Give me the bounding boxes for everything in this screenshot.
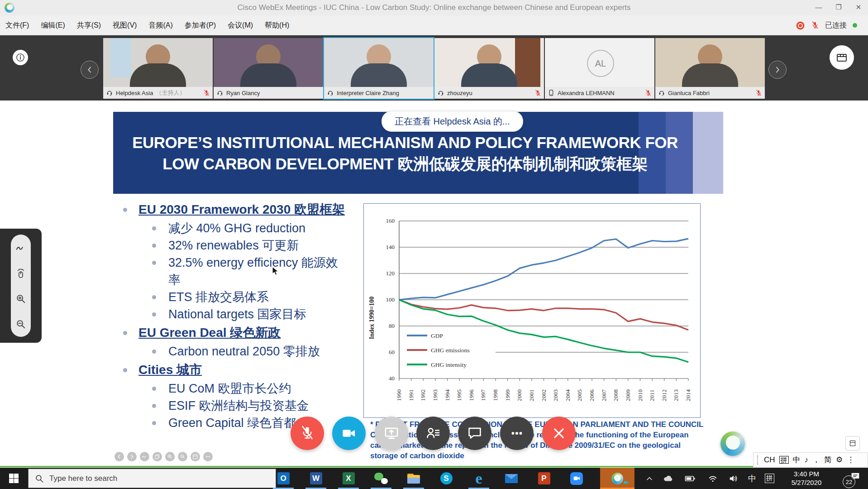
svg-text:1991: 1991 [408, 389, 415, 401]
mouse-cursor [272, 266, 281, 276]
langbar-item[interactable]: ♪ [805, 456, 809, 464]
share-button[interactable] [375, 417, 408, 450]
minimize-button[interactable]: — [809, 0, 828, 15]
pages-icon[interactable] [153, 452, 162, 461]
langbar-item[interactable]: ， [812, 456, 820, 464]
bullet-item-l2: 32% renewables 可更新 [119, 237, 349, 254]
maximize-button[interactable]: ❐ [829, 0, 848, 15]
participant-tile[interactable]: Interpreter Claire Zhang [324, 38, 434, 99]
menu-item[interactable]: 视图(V) [113, 21, 137, 30]
participant-video [655, 38, 765, 87]
langbar-item[interactable]: CH [764, 456, 775, 464]
svg-text:2010: 2010 [637, 389, 644, 401]
scroll-right-button[interactable] [768, 61, 787, 79]
mic-muted-icon[interactable] [811, 21, 819, 29]
mute-button[interactable] [291, 417, 324, 450]
taskbar-clock[interactable]: 3:40 PM 5/27/2020 [782, 470, 831, 487]
windows-logo-icon [9, 474, 19, 483]
taskbar-app-mail[interactable] [495, 468, 528, 489]
svg-text:1999: 1999 [504, 389, 511, 401]
menu-item[interactable]: 编辑(E) [41, 21, 65, 30]
bullet-item-l1: EU 2030 Framework 2030 欧盟框架 [119, 200, 349, 220]
action-center-button[interactable]: 22 [835, 468, 865, 489]
tray-chevron-up-icon[interactable] [642, 468, 657, 489]
menu-item[interactable]: 文件(F) [5, 21, 29, 30]
mic-muted-icon [645, 90, 652, 96]
langbar-item[interactable]: ⋮ [847, 456, 854, 464]
participants-button[interactable] [416, 417, 450, 450]
taskbar-app-outlook[interactable]: O [267, 468, 300, 489]
bullet-item-l2: 32.5% energy efficiency 能源效率 [119, 254, 349, 288]
svg-text:1990: 1990 [396, 389, 402, 401]
ime-language-indicator[interactable]: 中 [745, 468, 759, 489]
record-icon[interactable] [796, 21, 805, 30]
leave-button[interactable] [542, 417, 576, 450]
ime-pinyin-indicator[interactable]: 拼 [762, 468, 777, 489]
svg-text:120: 120 [386, 270, 395, 277]
langbar-handle[interactable] [757, 455, 760, 465]
scroll-left-button[interactable] [81, 61, 99, 79]
panel-icon[interactable] [191, 452, 200, 461]
pen-icon[interactable] [140, 452, 149, 461]
taskbar-app-excel[interactable]: X [332, 468, 365, 489]
taskbar-search[interactable]: Type here to search [28, 469, 276, 488]
participant-tile[interactable]: ALAlexandra LEHMANN [545, 38, 654, 99]
taskbar-app-zoom[interactable] [560, 468, 593, 489]
battery-icon[interactable] [682, 468, 699, 489]
participant-tile[interactable]: Gianluca Fabbri [655, 38, 765, 99]
camera-button[interactable] [332, 417, 366, 450]
banner-stripe [693, 112, 723, 194]
taskbar-app-edge[interactable]: e [463, 468, 495, 489]
close-button[interactable]: ✕ [849, 0, 868, 15]
taskbar-app-wechat[interactable] [365, 468, 397, 489]
chevron-right-icon[interactable] [127, 452, 137, 461]
menu-item[interactable]: 参加者(P) [185, 21, 216, 30]
zoom-in-icon[interactable] [15, 293, 26, 304]
zoom-out-icon[interactable] [178, 452, 187, 461]
more-button[interactable] [500, 417, 534, 450]
pen-icon[interactable] [15, 243, 26, 254]
taskbar-app-webex[interactable] [600, 468, 634, 489]
chat-button[interactable] [458, 417, 491, 450]
restore-panel-button[interactable] [845, 436, 860, 451]
svg-text:160: 160 [386, 217, 395, 224]
start-button[interactable] [0, 468, 27, 489]
onedrive-cloud-icon[interactable] [661, 468, 676, 489]
chevron-left-icon[interactable] [114, 452, 124, 461]
participant-tile[interactable]: zhouzeyu [434, 38, 544, 99]
taskbar-app-explorer[interactable] [397, 468, 430, 489]
participant-tile[interactable]: Helpdesk Asia（主持人） [103, 38, 213, 99]
participant-video [434, 38, 544, 87]
svg-text:2013: 2013 [672, 389, 679, 401]
langbar-item[interactable]: 简 [824, 456, 832, 464]
svg-text:2007: 2007 [601, 389, 607, 402]
langbar-item[interactable]: 拼 [779, 456, 789, 464]
bullet-item-l2: EU CoM 欧盟市长公约 [119, 380, 349, 397]
volume-icon[interactable] [725, 468, 742, 489]
zoom-out-icon[interactable] [15, 319, 26, 330]
network-signal-icon[interactable] [704, 468, 721, 489]
layout-button[interactable] [830, 45, 854, 70]
zoom-in-icon[interactable] [165, 452, 175, 461]
slide-bullet-list: EU 2030 Framework 2030 欧盟框架减少 40% GHG re… [119, 200, 349, 431]
participant-name: Interpreter Claire Zhang [337, 90, 399, 96]
menu-item[interactable]: 共享(S) [77, 21, 101, 30]
menu-item[interactable]: 会议(M) [228, 21, 253, 30]
remote-mouse-icon[interactable] [15, 268, 26, 279]
svg-text:1998: 1998 [492, 389, 499, 401]
webex-ball-button[interactable] [720, 431, 745, 456]
menu-item[interactable]: 音频(A) [148, 21, 172, 30]
svg-text:2009: 2009 [625, 389, 631, 401]
connection-dot [853, 23, 857, 28]
langbar-item[interactable]: 中 [793, 456, 801, 464]
taskbar-app-word[interactable]: W [300, 468, 332, 489]
participant-tile[interactable]: Ryan Glancy [214, 38, 323, 99]
info-button[interactable] [13, 50, 28, 65]
avatar: AL [587, 50, 614, 77]
menu-item[interactable]: 帮助(H) [265, 21, 289, 30]
taskbar-app-skype[interactable]: S [430, 468, 463, 489]
more-icon[interactable] [203, 452, 213, 461]
langbar-item[interactable]: ⚙ [836, 456, 843, 464]
search-placeholder: Type here to search [49, 474, 117, 483]
taskbar-app-powerpoint[interactable]: P [528, 468, 560, 489]
